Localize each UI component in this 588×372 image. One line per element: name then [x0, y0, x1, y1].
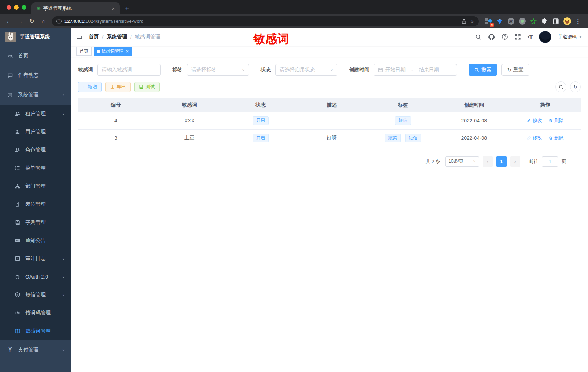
- extension-star-icon[interactable]: [529, 17, 537, 25]
- extension-record-icon[interactable]: [518, 17, 526, 25]
- sidebar-item-label: 作者动态: [18, 72, 38, 79]
- tag-badge: 短信: [405, 134, 421, 142]
- user-avatar[interactable]: [539, 31, 551, 43]
- site-info-icon[interactable]: i: [56, 19, 62, 24]
- chevron-down-icon: ∨: [62, 257, 65, 260]
- sidebar-item-error-code[interactable]: 错误码管理: [0, 304, 71, 322]
- system-submenu: 租户管理 ∨ 用户管理 角色管理 菜单管理: [0, 105, 71, 340]
- fullscreen-icon[interactable]: [514, 34, 521, 40]
- sidebar-item-user[interactable]: 用户管理: [0, 123, 71, 141]
- reset-button[interactable]: ↻ 重置: [501, 64, 529, 76]
- user-menu[interactable]: 芋道源码 ▼: [558, 34, 582, 40]
- zoom-window-button[interactable]: [22, 5, 26, 10]
- home-icon[interactable]: ⌂: [38, 16, 49, 26]
- yen-icon: ¥: [7, 347, 13, 353]
- sidebar-item-role[interactable]: 角色管理: [0, 141, 71, 159]
- tab-favicon-icon: ✳: [37, 6, 41, 11]
- tag-select[interactable]: 请选择标签 ∨: [187, 64, 249, 76]
- delete-button[interactable]: 删除: [549, 135, 564, 141]
- status-badge: 开启: [253, 116, 269, 125]
- test-button[interactable]: 测试: [134, 82, 160, 92]
- message-dots-icon: [14, 238, 20, 243]
- next-page-button[interactable]: ›: [510, 156, 520, 167]
- sidebar-item-audit-log[interactable]: 审计日志 ∨: [0, 250, 71, 268]
- edit-button[interactable]: 修改: [527, 117, 542, 124]
- sidebar-item-sms[interactable]: 短信管理 ∨: [0, 286, 71, 304]
- export-button[interactable]: 导出: [105, 82, 131, 92]
- sidebar-item-dept[interactable]: 部门管理: [0, 177, 71, 195]
- header-search-icon[interactable]: [475, 34, 482, 40]
- add-button[interactable]: + 新增: [78, 82, 102, 92]
- tag-view-home[interactable]: 首页: [76, 47, 92, 56]
- edit-button[interactable]: 修改: [527, 135, 542, 141]
- page-content: 敏感词 请输入敏感词 标签 请选择标签 ∨ 状态 请选择启用状态: [71, 57, 588, 372]
- sidebar-item-author-news[interactable]: 作者动态: [0, 66, 71, 85]
- chevron-down-icon: ∨: [242, 68, 245, 72]
- bookmark-star-icon[interactable]: ☆: [470, 18, 474, 24]
- tag-label: 敏感词管理: [102, 48, 123, 54]
- reading-list-icon[interactable]: [552, 17, 560, 25]
- sidebar-item-tenant[interactable]: 租户管理 ∨: [0, 105, 71, 123]
- sidebar-item-notice[interactable]: 通知公告: [0, 231, 71, 250]
- toggle-search-button[interactable]: [555, 81, 566, 92]
- share-icon[interactable]: [461, 18, 467, 24]
- sidebar-item-system[interactable]: 系统管理 ∧: [0, 85, 71, 105]
- dashboard-icon: [7, 53, 13, 59]
- font-size-icon[interactable]: тT: [528, 34, 533, 40]
- keyword-input[interactable]: 请输入敏感词: [97, 64, 161, 76]
- close-icon[interactable]: ×: [126, 49, 129, 54]
- sidebar-item-post[interactable]: 岗位管理: [0, 195, 71, 213]
- col-word: 敏感词: [154, 98, 225, 112]
- breadcrumb-home[interactable]: 首页: [89, 34, 99, 40]
- close-window-button[interactable]: [7, 5, 11, 10]
- chevron-down-icon: ∨: [62, 112, 65, 116]
- help-icon[interactable]: [501, 34, 508, 40]
- new-tab-button[interactable]: +: [125, 4, 129, 12]
- search-button[interactable]: 搜索: [469, 64, 497, 76]
- minimize-window-button[interactable]: [14, 5, 19, 10]
- delete-button[interactable]: 删除: [549, 117, 564, 124]
- sidebar-item-menu[interactable]: 菜单管理: [0, 159, 71, 177]
- extension-grid-icon[interactable]: 9: [484, 17, 492, 25]
- breadcrumb-system[interactable]: 系统管理: [107, 34, 127, 40]
- prev-page-button[interactable]: ‹: [483, 156, 493, 167]
- tag-badge: 蔬菜: [385, 134, 401, 142]
- github-icon[interactable]: [488, 34, 495, 41]
- chrome-menu-icon[interactable]: ⋮: [574, 17, 582, 25]
- sidebar-item-label: 错误码管理: [25, 310, 51, 316]
- sidebar-logo[interactable]: 芋道管理系统: [0, 28, 71, 46]
- page-size-select[interactable]: 10条/页 ∨: [445, 156, 479, 167]
- status-select[interactable]: 请选择启用状态 ∨: [275, 64, 337, 76]
- sensitive-word-table: 编号 敏感词 状态 描述 标签 创建时间 操作 4 XXX 开启: [78, 98, 581, 147]
- document-check-icon: [139, 85, 143, 89]
- cell-id: 3: [78, 129, 154, 147]
- profile-avatar-icon[interactable]: [563, 17, 571, 25]
- date-range-picker[interactable]: 开始日期 - 结束日期: [374, 64, 457, 76]
- sidebar-item-oauth[interactable]: OAuth 2.0 ∨: [0, 268, 71, 286]
- extensions-puzzle-icon[interactable]: [541, 17, 549, 25]
- refresh-table-button[interactable]: ↻: [570, 81, 581, 92]
- tag-label: 首页: [80, 48, 88, 54]
- page-1-button[interactable]: 1: [496, 156, 507, 167]
- sidebar-item-sensitive-word[interactable]: 敏感词管理: [0, 322, 71, 340]
- reload-icon[interactable]: ↻: [27, 16, 37, 26]
- logo-avatar: [5, 32, 16, 42]
- back-icon[interactable]: ←: [4, 16, 14, 26]
- address-bar[interactable]: i 127.0.0.1:1024/system/sensitive-word ☆: [52, 16, 479, 26]
- table-row: 3 土豆 开启 好呀 蔬菜 短信 2022-04-08 修改: [78, 129, 581, 147]
- sidebar-item-home[interactable]: 首页: [0, 46, 71, 66]
- sidebar-item-dict[interactable]: 字典管理: [0, 213, 71, 231]
- goto-page-input[interactable]: 1: [542, 156, 558, 167]
- sidebar-item-pay[interactable]: ¥ 支付管理 ∨: [0, 340, 71, 360]
- tag-badge: 短信: [395, 116, 411, 125]
- tag-view-current[interactable]: 敏感词管理 ×: [94, 47, 132, 56]
- window-controls[interactable]: [0, 0, 32, 14]
- browser-tab[interactable]: ✳ 芋道管理系统 ×: [32, 2, 120, 14]
- tab-close-icon[interactable]: ×: [110, 5, 116, 12]
- sidebar-item-label: 字典管理: [25, 219, 46, 226]
- extension-command-icon[interactable]: ⌘: [507, 17, 515, 25]
- extension-gem-icon[interactable]: [496, 17, 504, 25]
- collapse-sidebar-icon[interactable]: [76, 34, 83, 40]
- extensions-row: 9 ⌘ ⋮: [482, 17, 584, 25]
- forward-icon[interactable]: →: [15, 16, 25, 26]
